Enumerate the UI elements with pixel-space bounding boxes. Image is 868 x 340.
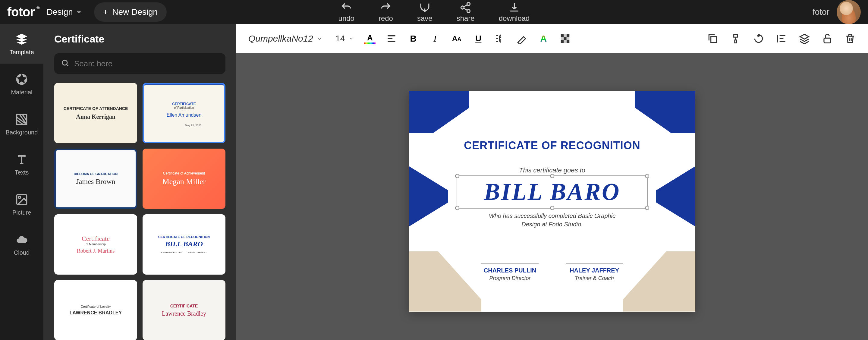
certificate-description[interactable]: Who has successfully completed Basic Gra… (409, 212, 695, 228)
search-input[interactable] (74, 59, 219, 68)
svg-rect-12 (567, 40, 569, 43)
format-painter-button[interactable] (730, 33, 741, 44)
template-card[interactable]: CERTIFICATE OF RECOGNITIONBILL BAROCHARL… (143, 214, 225, 275)
svg-point-2 (467, 10, 470, 13)
svg-rect-9 (564, 37, 567, 40)
template-card[interactable]: Certificate of AchievementMegan Miller (143, 149, 225, 209)
svg-point-1 (461, 6, 464, 9)
undo-label: undo (338, 14, 354, 23)
rotate-button[interactable] (753, 33, 764, 44)
nav-picture[interactable]: Picture (0, 184, 43, 224)
download-button[interactable]: download (499, 1, 530, 23)
svg-rect-17 (711, 37, 717, 42)
nav-texts-label: Texts (15, 169, 29, 176)
svg-rect-13 (564, 34, 567, 37)
resize-handle[interactable] (455, 174, 459, 178)
brand-link[interactable]: fotor (812, 7, 830, 17)
new-design-button[interactable]: + New Design (94, 2, 167, 22)
share-button[interactable]: share (457, 1, 475, 23)
logo[interactable]: fotor® (7, 5, 35, 19)
nav-material-label: Material (11, 89, 32, 96)
template-card[interactable]: CERTIFICATEof ParticipationEllen Amundse… (143, 83, 225, 143)
font-size-selector[interactable]: 14 (336, 34, 354, 43)
font-selector[interactable]: QumpellkaNo12 (248, 33, 322, 44)
svg-point-6 (19, 196, 21, 198)
svg-rect-16 (564, 40, 567, 43)
logo-text: fotor (7, 5, 35, 19)
avatar[interactable] (837, 0, 861, 24)
redo-label: redo (378, 14, 393, 23)
duplicate-button[interactable] (707, 33, 718, 44)
save-button[interactable]: save (417, 1, 433, 23)
nav-cloud-label: Cloud (14, 249, 30, 256)
nav-texts[interactable]: Texts (0, 144, 43, 184)
chevron-down-icon (348, 34, 354, 43)
svg-rect-11 (561, 40, 564, 43)
italic-button[interactable]: I (429, 33, 441, 44)
template-panel: Certificate CERTIFICATE OF ATTENDANCEAnn… (43, 24, 236, 340)
signature-line (481, 263, 538, 264)
text-case-button[interactable]: AA (451, 33, 462, 44)
nav-template[interactable]: Template (0, 24, 43, 64)
resize-handle[interactable] (550, 174, 554, 178)
download-label: download (499, 14, 530, 23)
chevron-down-icon (317, 33, 322, 44)
template-card[interactable]: Certificate of LoyaltyLAWRENCE BRADLEY (54, 280, 137, 340)
delete-button[interactable] (844, 33, 856, 44)
svg-point-7 (62, 60, 67, 65)
resize-handle[interactable] (645, 206, 649, 210)
template-card[interactable]: CERTIFICATE OF ATTENDANCEAnna Kerrigan (54, 83, 137, 143)
share-label: share (457, 14, 475, 23)
certificate-canvas[interactable]: CERTIFICATE OF RECOGNITION This certific… (409, 91, 695, 312)
svg-rect-15 (567, 37, 569, 40)
opacity-button[interactable] (559, 33, 571, 44)
svg-rect-14 (561, 37, 564, 40)
font-name: QumpellkaNo12 (248, 33, 313, 44)
canvas-area: QumpellkaNo12 14 A B I AA U A (236, 24, 868, 340)
main: Template Material Background Texts Pictu… (0, 24, 868, 340)
signature-line (566, 263, 623, 264)
align-button[interactable] (386, 33, 397, 44)
signature-role: Program Director (481, 275, 538, 281)
layers-button[interactable] (799, 33, 810, 44)
align-objects-button[interactable] (776, 33, 787, 44)
canvas-stage[interactable]: CERTIFICATE OF RECOGNITION This certific… (236, 53, 868, 340)
template-card[interactable]: CERTIFICATELawrence Bradley (143, 280, 225, 340)
redo-button[interactable]: redo (378, 1, 393, 23)
resize-handle[interactable] (455, 206, 459, 210)
bold-button[interactable]: B (407, 33, 419, 44)
underline-button[interactable]: U (472, 33, 484, 44)
search-wrap[interactable] (54, 53, 225, 74)
plus-icon: + (103, 7, 108, 17)
text-toolbar: QumpellkaNo12 14 A B I AA U A (236, 24, 868, 53)
resize-handle[interactable] (645, 174, 649, 178)
signature-block[interactable]: CHARLES PULLIN Program Director (481, 263, 538, 281)
center-actions: undo redo save share download (338, 1, 530, 23)
chevron-down-icon (76, 7, 82, 17)
nav-cloud[interactable]: Cloud (0, 224, 43, 265)
nav-material[interactable]: Material (0, 64, 43, 104)
lock-button[interactable] (822, 33, 833, 44)
spacing-button[interactable] (494, 33, 506, 44)
signature-role: Trainer & Coach (566, 275, 623, 281)
template-card[interactable]: Certificateof MembershipRobert J. Martin… (54, 214, 137, 275)
template-card[interactable]: DIPLOMA OF GRADUATIONJames Brown (54, 149, 137, 209)
nav-background[interactable]: Background (0, 104, 43, 144)
certificate-recipient[interactable]: BILL BARO (484, 178, 620, 206)
certificate-name-selection[interactable]: BILL BARO (457, 176, 648, 209)
search-icon (61, 59, 69, 68)
certificate-heading[interactable]: CERTIFICATE OF RECOGNITION (409, 139, 695, 152)
signature-block[interactable]: HALEY JAFFREY Trainer & Coach (566, 263, 623, 281)
nav-picture-label: Picture (12, 209, 31, 216)
gradient-text-button[interactable]: A (538, 33, 549, 44)
new-design-label: New Design (112, 7, 158, 17)
highlight-button[interactable] (516, 33, 527, 44)
resize-handle[interactable] (550, 206, 554, 210)
save-label: save (417, 14, 433, 23)
design-menu[interactable]: Design (47, 7, 82, 17)
undo-button[interactable]: undo (338, 1, 354, 23)
font-size-value: 14 (336, 34, 345, 43)
certificate-subheading[interactable]: This certificate goes to (409, 166, 695, 174)
nav-template-label: Template (9, 49, 34, 56)
text-color-button[interactable]: A (364, 33, 375, 44)
